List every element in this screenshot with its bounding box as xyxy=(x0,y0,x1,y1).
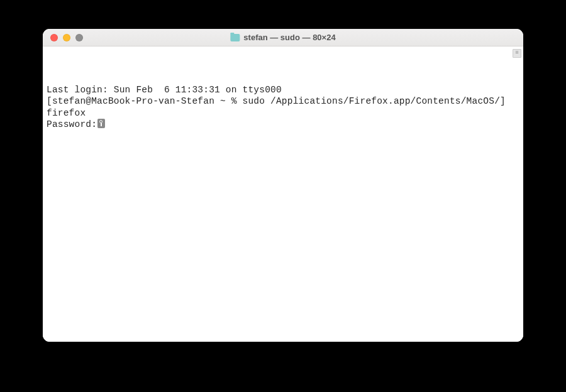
terminal-line-command: [stefan@MacBook-Pro-van-Stefan ~ % sudo … xyxy=(47,95,519,107)
traffic-lights xyxy=(43,34,83,41)
window-title-text: stefan — sudo — 80×24 xyxy=(243,33,335,42)
password-label: Password: xyxy=(47,119,97,129)
maximize-button[interactable] xyxy=(75,34,83,41)
minimize-button[interactable] xyxy=(63,34,70,41)
prompt-open-bracket: [ xyxy=(47,96,52,106)
folder-icon xyxy=(230,34,240,41)
terminal-body[interactable]: ≡ Last login: Sun Feb 6 11:33:31 on ttys… xyxy=(43,46,523,342)
terminal-line-password: Password: xyxy=(47,119,519,131)
terminal-line-command-wrap: firefox xyxy=(47,107,519,119)
close-button[interactable] xyxy=(50,34,58,41)
titlebar[interactable]: stefan — sudo — 80×24 xyxy=(43,29,523,46)
key-icon xyxy=(97,119,105,128)
window-title: stefan — sudo — 80×24 xyxy=(230,33,335,42)
prompt-close-bracket: ] xyxy=(500,96,506,106)
prompt-host: stefan@MacBook-Pro-van-Stefan ~ % xyxy=(52,96,243,106)
scroll-indicator-icon: ≡ xyxy=(513,49,521,58)
terminal-line-lastlogin: Last login: Sun Feb 6 11:33:31 on ttys00… xyxy=(47,84,519,96)
terminal-window: stefan — sudo — 80×24 ≡ Last login: Sun … xyxy=(43,29,523,342)
command-text: sudo /Applications/Firefox.app/Contents/… xyxy=(243,96,500,106)
